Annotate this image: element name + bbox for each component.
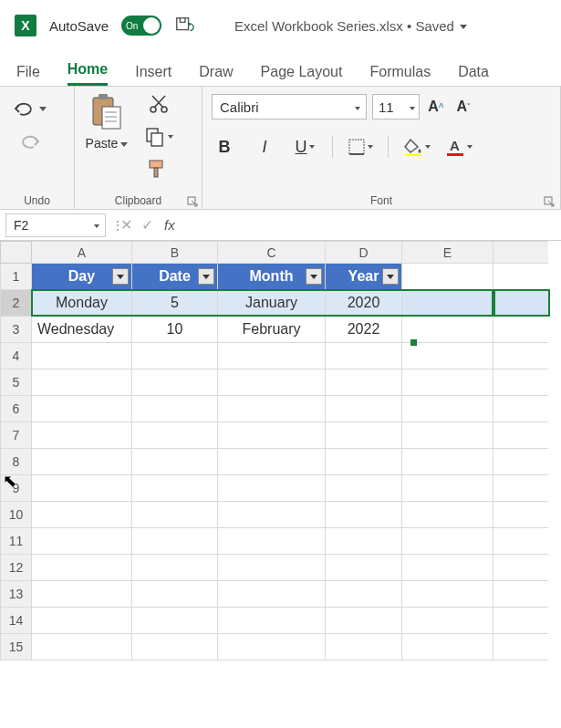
col-header-C[interactable]: C <box>218 242 326 264</box>
redo-button[interactable] <box>7 129 51 154</box>
col-header-B[interactable]: B <box>132 242 218 264</box>
row-header-8[interactable]: 8 <box>1 449 32 475</box>
row-header-14[interactable]: 14 <box>1 608 32 634</box>
tab-home[interactable]: Home <box>68 61 108 86</box>
formula-bar-input[interactable] <box>175 213 561 237</box>
svg-rect-2 <box>99 94 108 99</box>
ribbon: Undo Paste Clipboard Calibri <box>0 86 561 210</box>
select-all-corner[interactable] <box>1 242 32 264</box>
cell-A2[interactable]: Monday <box>32 290 132 317</box>
name-box[interactable]: F2 <box>5 213 106 237</box>
format-painter-button[interactable] <box>142 158 175 182</box>
table-header-date[interactable]: Date <box>132 264 218 290</box>
font-dialog-launcher[interactable] <box>544 196 555 207</box>
undo-group-label: Undo <box>7 194 67 207</box>
excel-app-icon: X <box>15 15 36 36</box>
undo-button[interactable] <box>7 96 51 121</box>
row-header-15[interactable]: 15 <box>1 634 32 660</box>
row-header-5[interactable]: 5 <box>1 369 32 396</box>
row-header-6[interactable]: 6 <box>1 396 32 422</box>
paste-button[interactable] <box>89 92 124 132</box>
svg-rect-12 <box>151 133 162 146</box>
font-color-button[interactable]: A <box>445 134 473 160</box>
row-header-9[interactable]: 9 <box>1 475 32 502</box>
row-header-4[interactable]: 4 <box>1 343 32 369</box>
underline-button[interactable]: U <box>292 134 317 160</box>
svg-line-9 <box>154 96 165 108</box>
clipboard-group-label: Clipboard <box>82 194 194 207</box>
svg-text:A: A <box>450 138 460 153</box>
row-header-2[interactable]: 2 <box>1 290 32 317</box>
clipboard-dialog-launcher[interactable] <box>187 196 198 207</box>
font-group-label: Font <box>212 194 551 207</box>
italic-button[interactable]: I <box>252 134 277 160</box>
col-header-F[interactable] <box>493 242 548 264</box>
filter-icon[interactable] <box>198 268 214 285</box>
svg-rect-14 <box>154 168 158 177</box>
font-name-select[interactable]: Calibri <box>212 94 367 120</box>
svg-line-10 <box>152 96 163 108</box>
cell-D2[interactable]: 2020 <box>326 290 402 317</box>
cell-F2[interactable] <box>493 290 548 317</box>
row-header-1[interactable]: 1 <box>1 264 32 290</box>
paste-label[interactable]: Paste <box>86 136 129 151</box>
fill-color-button[interactable] <box>403 134 431 160</box>
decrease-font-button[interactable]: Aˇ <box>452 96 474 118</box>
tab-data[interactable]: Data <box>458 64 489 86</box>
worksheet-grid[interactable]: A B C D E 1 Day Date Month Year 2 Monday… <box>0 241 561 660</box>
svg-rect-3 <box>102 107 120 129</box>
cut-button[interactable] <box>142 92 175 116</box>
cancel-formula-icon[interactable]: ✕ <box>120 216 132 234</box>
cell-D3[interactable]: 2022 <box>326 317 402 343</box>
ribbon-tabs: File Home Insert Draw Page Layout Formul… <box>0 51 561 86</box>
increase-font-button[interactable]: A^ <box>425 96 447 118</box>
svg-rect-18 <box>405 154 421 156</box>
row-header-13[interactable]: 13 <box>1 581 32 608</box>
col-header-E[interactable]: E <box>402 242 493 264</box>
col-header-D[interactable]: D <box>326 242 402 264</box>
save-icon[interactable] <box>174 16 194 36</box>
bold-button[interactable]: B <box>212 134 237 160</box>
svg-rect-16 <box>349 140 364 154</box>
tab-draw[interactable]: Draw <box>199 64 233 86</box>
cell-B3[interactable]: 10 <box>132 317 218 343</box>
tab-formulas[interactable]: Formulas <box>369 64 431 86</box>
tab-page-layout[interactable]: Page Layout <box>261 64 343 86</box>
cell-E1[interactable] <box>402 264 493 290</box>
cell-C3[interactable]: February <box>218 317 326 343</box>
cell-E3[interactable] <box>402 317 493 343</box>
tab-insert[interactable]: Insert <box>135 64 171 86</box>
svg-rect-20 <box>447 153 463 156</box>
cell-C2[interactable]: January <box>218 290 326 317</box>
font-size-select[interactable]: 11 <box>372 94 420 120</box>
document-title[interactable]: Excel Workbook Series.xlsx • Saved <box>234 18 467 34</box>
svg-rect-13 <box>150 161 162 168</box>
cell-F3[interactable] <box>493 317 548 343</box>
col-header-A[interactable]: A <box>32 242 132 264</box>
row-header-12[interactable]: 12 <box>1 555 32 581</box>
row-header-7[interactable]: 7 <box>1 422 32 449</box>
filter-icon[interactable] <box>112 268 129 285</box>
enter-formula-icon[interactable]: ✓ <box>141 216 153 234</box>
autosave-label: AutoSave <box>49 18 109 34</box>
cell-A3[interactable]: Wednesday <box>32 317 132 343</box>
filter-icon[interactable] <box>306 268 322 285</box>
tab-file[interactable]: File <box>16 64 40 86</box>
cell-E2[interactable] <box>402 290 493 317</box>
copy-button[interactable] <box>142 125 175 149</box>
fx-icon[interactable]: fx <box>164 217 175 233</box>
row-header-10[interactable]: 10 <box>1 502 32 528</box>
filter-icon[interactable] <box>382 268 399 285</box>
table-header-day[interactable]: Day <box>32 264 132 290</box>
borders-button[interactable] <box>348 134 373 160</box>
cell-F1[interactable] <box>493 264 548 290</box>
svg-rect-0 <box>177 18 189 30</box>
cell-B2[interactable]: 5 <box>132 290 218 317</box>
autosave-toggle[interactable]: On <box>121 16 161 36</box>
row-header-11[interactable]: 11 <box>1 528 32 555</box>
table-header-year[interactable]: Year <box>326 264 402 290</box>
row-header-3[interactable]: 3 <box>1 317 32 343</box>
table-header-month[interactable]: Month <box>218 264 326 290</box>
